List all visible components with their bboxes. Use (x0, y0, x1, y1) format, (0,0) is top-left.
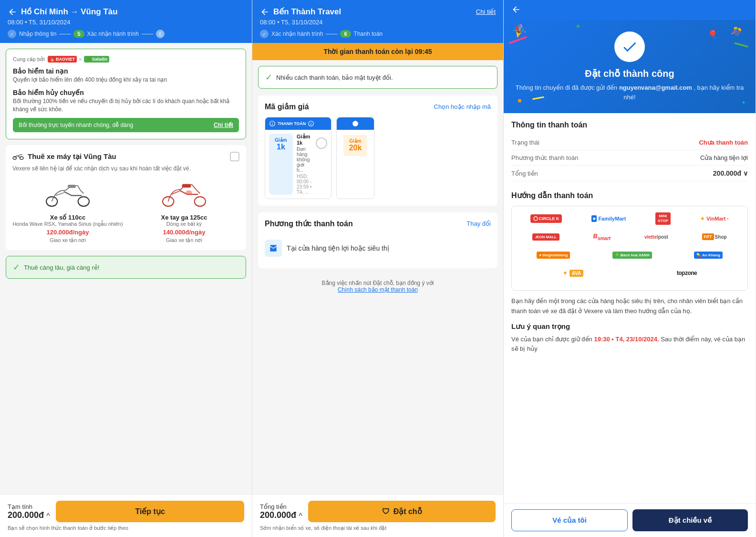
success-subtitle: Thông tin chuyến đi đã được gửi đến nguy… (513, 83, 746, 102)
continue-button[interactable]: Tiếp tục (56, 501, 244, 522)
bike1: Xe số 110cc Honda Wave RSX, Yamaha Siriu… (12, 178, 123, 243)
family-mart-logo: ■ FamilyMart (591, 212, 626, 225)
discount-cards: THANH TOÁN Giảm 1k Giảm 1k Đơn hàng khôn… (265, 117, 491, 199)
dc1-select-circle[interactable] (316, 137, 327, 149)
back-button[interactable]: Hồ Chí Minh → Vũng Tàu (8, 7, 244, 17)
step3-badge: 6 (156, 30, 165, 38)
circle-k-logo: CIRCLE K (530, 212, 562, 225)
payment-change-link[interactable]: Thay đổi (466, 220, 491, 227)
p3-back-button[interactable] (511, 5, 521, 16)
p2-body: ✓ Nhiều cách thanh toán, bảo mật tuyệt đ… (252, 60, 503, 495)
insurance-accident: Bảo hiểm tai nạn Quyền lợi bảo hiểm lên … (13, 67, 239, 84)
p2-footer: Tổng tiền 200.000đ ^ 🛡 Đặt chỗ Sớm nhận … (252, 495, 503, 537)
dc1-desc: Đơn hàng không giới h... (297, 147, 312, 173)
success-title: Đặt chỗ thành công (513, 68, 746, 79)
p3-total-value: 200.000đ ∨ (713, 169, 748, 177)
thegioididong-logo: ● thegioididong (537, 248, 570, 262)
consent-text: Bằng việc nhấn nút Đặt chỗ, bạn đồng ý v… (258, 275, 497, 298)
bike1-image (44, 178, 92, 211)
bike1-desc: Honda Wave RSX, Yamaha Sirius (ngẫu nhiê… (12, 221, 123, 227)
p3-body: Thông tin thanh toán Trạng thái Chưa tha… (504, 113, 756, 503)
p3-footer: Vé của tôi Đặt chiều về (504, 503, 756, 537)
svg-point-8 (186, 190, 192, 195)
important-note-text: Vé của bạn chỉ được giữ đến 19:30 • T4, … (511, 335, 748, 355)
cheap-banner: ✓ Thuê càng lâu, giá càng rẻ! (6, 256, 246, 279)
p2-step1-check: ✓ (260, 30, 269, 38)
step1-check: ✓ (8, 30, 16, 38)
p2-total-label: Tổng tiền (260, 503, 302, 510)
success-banner: 🎉 🎊 ✦ ◆ 🎈 ✦ Đặt chỗ thành công Thông tin… (504, 20, 756, 113)
store-grid: CIRCLE K ■ FamilyMart MINISTOP (511, 206, 748, 291)
method-label: Phương thức thanh toán (511, 154, 578, 161)
secure-check-icon: ✓ (265, 72, 272, 83)
p3-payment-title: Thông tin thanh toán (511, 121, 748, 129)
mini-stop-logo: MINISTOP (655, 212, 671, 225)
p1-steps: ✓ Nhập thông tin —— 5 Xác nhận hành trìn… (8, 30, 244, 38)
p3-payment-info: Thông tin thanh toán Trạng thái Chưa tha… (511, 121, 748, 181)
important-note-title: Lưu ý quan trọng (511, 322, 748, 331)
bike1-price: 120.000đ/ngày (12, 229, 123, 236)
p2-company: Bến Thành Travel (273, 7, 472, 17)
shield-book-icon: 🛡 (382, 507, 390, 516)
bsmart-logo: Bsmart (593, 230, 611, 243)
p3-guide-section: Hướng dẫn thanh toán CIRCLE K ■ FamilyMa… (511, 191, 748, 354)
payment-method: Tại cửa hàng tiện lợi hoặc siêu thị (265, 235, 491, 262)
p1-route-title: Hồ Chí Minh → Vũng Tàu (21, 7, 118, 17)
bike2-image (160, 178, 208, 211)
p2-steps: ✓ Xác nhận hành trình —— 6 Thanh toán (260, 30, 496, 38)
panel-3: 🎉 🎊 ✦ ◆ 🎈 ✦ Đặt chỗ thành công Thông tin… (504, 0, 756, 537)
bachhoaxanh-logo: 🍀 Bách hoá XANH (612, 248, 652, 262)
total-row: Tổng tiền 200.000đ ∨ (511, 166, 748, 181)
motorbike-checkbox[interactable] (230, 152, 239, 161)
svg-point-6 (195, 197, 206, 206)
svg-point-5 (163, 197, 174, 206)
motorbike-subtitle: Vexere sẽ liên hệ lại để xác nhận dịch v… (12, 165, 239, 172)
book-button[interactable]: 🛡 Đặt chỗ (308, 501, 496, 522)
guide-desc: Bạn hãy đến một trong các cửa hàng hoặc … (511, 296, 748, 316)
vinmart-logo: ✦ VinMart + (700, 212, 729, 225)
p1-header: Hồ Chí Minh → Vũng Tàu 08:00 • T5, 31/10… (0, 0, 252, 43)
discount-input-link[interactable]: Chọn hoặc nhập mã (434, 103, 491, 110)
method-value: Cửa hàng tiện lợi (700, 154, 748, 161)
payment-method-text: Tại cửa hàng tiện lợi hoặc siêu thị (287, 244, 389, 252)
store-row-1: CIRCLE K ■ FamilyMart MINISTOP (518, 212, 742, 225)
p2-total: Tổng tiền 200.000đ ^ (260, 503, 302, 520)
svg-point-2 (46, 197, 57, 206)
method-row: Phương thức thanh toán Cửa hàng tiện lợi (511, 150, 748, 166)
topzone-logo: topzone (677, 266, 697, 280)
consent-link[interactable]: Chính sách bảo mật thanh toán (338, 286, 418, 293)
insurance-cancel-title: Bảo hiểm hủy chuyến (13, 89, 239, 96)
provider-logos: 🏅 BAOVIET × 🌿 Saladin (48, 56, 109, 63)
baoviet-logo: 🏅 BAOVIET (48, 56, 77, 63)
motorbike-header: Thuê xe máy tại Vũng Tàu (12, 152, 239, 161)
bike1-delivery: Giao xe tận nơi (12, 237, 123, 243)
store-row-2: ÆON MALL Bsmart viettel post FPT Shop (518, 230, 742, 243)
discount-card-2[interactable]: Giảm 20k (336, 117, 374, 199)
insurance-detail-link[interactable]: Chi tiết (214, 122, 233, 128)
p1-footer-note: Bạn sẽ chọn hình thức thanh toán ở bước … (8, 525, 244, 531)
p2-detail-link[interactable]: Chi tiết (476, 8, 496, 15)
bike2: Xe tay ga 125cc Dòng xe bất kỳ 140.000đ/… (129, 178, 239, 243)
bike2-desc: Dòng xe bất kỳ (129, 221, 239, 227)
ankhang-logo: 💊 An Khang (694, 248, 723, 262)
motorbike-title: Thuê xe máy tại Vũng Tàu (28, 152, 116, 161)
return-trip-button[interactable]: Đặt chiều về (632, 509, 748, 531)
my-ticket-button[interactable]: Vé của tôi (511, 509, 628, 531)
step2-label: Xác nhận hành trình (87, 31, 139, 37)
guide-title: Hướng dẫn thanh toán (511, 191, 748, 200)
discount-card-1[interactable]: THANH TOÁN Giảm 1k Giảm 1k Đơn hàng khôn… (265, 117, 331, 199)
discount-header: Mã giảm giá Chọn hoặc nhập mã (265, 102, 491, 111)
insurance-footer-text: Bồi thường trực tuyến nhanh chóng, dễ dà… (19, 122, 133, 128)
p2-datetime: 08:00 • T5, 31/10/2024 (260, 19, 496, 26)
saladin-logo: 🌿 Saladin (84, 56, 110, 63)
svg-rect-7 (182, 184, 191, 188)
payment-header: Phương thức thanh toán Thay đổi (265, 219, 491, 228)
total-price: 200.000đ ^ (8, 510, 50, 520)
p2-back-btn[interactable]: Bến Thành Travel Chi tiết (260, 7, 496, 17)
insurance-accident-desc: Quyền lợi bảo hiểm lên đến 400 triệu đồn… (13, 76, 239, 84)
p2-step1-label: Xác nhận hành trình (271, 31, 323, 37)
bike2-price: 140.000đ/ngày (129, 229, 239, 236)
p1-footer: Tạm tính 200.000đ ^ Tiếp tục Bạn sẽ chọn… (0, 495, 252, 537)
secure-box: ✓ Nhiều cách thanh toán, bảo mật tuyệt đ… (258, 66, 497, 89)
secure-text: Nhiều cách thanh toán, bảo mật tuyệt đối… (276, 74, 393, 81)
